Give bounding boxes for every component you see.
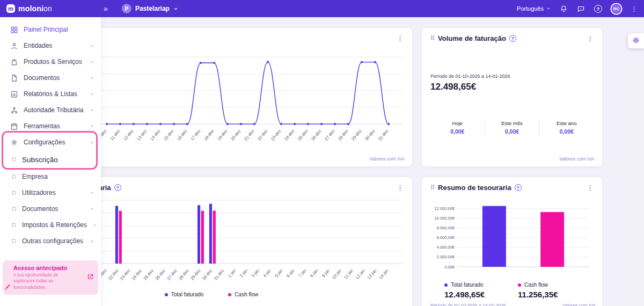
stat-este-ano: Este ano 0,00€ <box>539 119 594 136</box>
sidebar-item-utilizadores[interactable]: Utilizadores <box>0 185 101 201</box>
svg-text:28 dez: 28 dez <box>178 268 189 281</box>
chat-icon[interactable] <box>577 5 585 13</box>
svg-text:6 jan: 6 jan <box>286 268 295 279</box>
svg-text:9 jan: 9 jan <box>321 268 331 279</box>
card-kebab-menu-icon[interactable]: ⋮ <box>584 34 596 42</box>
promo-title: Acesso antecipado <box>13 265 83 271</box>
svg-text:14 dez: 14 dez <box>149 129 161 142</box>
svg-text:8 jan: 8 jan <box>309 268 319 279</box>
user-avatar[interactable]: RC <box>611 4 621 14</box>
chevron-up-icon <box>90 140 94 145</box>
stat-hoje: Hoje 0,00€ <box>430 119 485 136</box>
svg-text:22 dez: 22 dez <box>107 268 119 281</box>
sidebar-item-documentos[interactable]: Documentos <box>0 70 101 86</box>
brand-logo[interactable]: m molonion <box>6 4 52 13</box>
svg-text:2.000,00€: 2.000,00€ <box>437 254 455 259</box>
rocket-icon <box>4 283 12 294</box>
svg-text:30 dez: 30 dez <box>201 268 213 281</box>
help-icon[interactable]: ? <box>594 5 602 13</box>
brand-suffix: on <box>43 4 52 13</box>
billing-volume-card: ⠿ Volume de faturação ? ⋮ Período de 01-… <box>422 28 602 166</box>
svg-text:4.000,00€: 4.000,00€ <box>437 245 455 250</box>
help-icon[interactable]: ? <box>515 184 522 191</box>
sidebar-item-autoridade-tributaria[interactable]: Autoridade Tributária <box>0 102 101 118</box>
legend-cash-flow: Cash flow <box>228 292 258 297</box>
sidebar-item-impostos-retencoes[interactable]: Impostos & Retenções <box>0 217 101 233</box>
svg-text:13 dez: 13 dez <box>136 129 148 142</box>
stats-row: Hoje 0,00€ Este mês 0,00€ Este ano 0,00€ <box>430 119 594 136</box>
svg-text:6.000,00€: 6.000,00€ <box>437 235 455 240</box>
svg-text:25 dez: 25 dez <box>297 129 309 142</box>
svg-text:0,00€: 0,00€ <box>444 265 455 269</box>
card-kebab-menu-icon[interactable]: ⋮ <box>584 184 596 192</box>
drag-handle-icon[interactable]: ⠿ <box>430 35 435 41</box>
svg-text:27 dez: 27 dez <box>166 268 178 281</box>
sidebar-item-documentos-config[interactable]: Documentos <box>0 201 101 217</box>
chevron-down-icon <box>90 207 94 212</box>
report-icon <box>10 90 18 98</box>
svg-text:17 dez: 17 dez <box>189 129 201 142</box>
svg-text:22 dez: 22 dez <box>257 129 268 142</box>
drag-handle-icon[interactable]: ⠿ <box>430 185 435 191</box>
svg-text:23 dez: 23 dez <box>270 129 282 142</box>
square-bullet-icon <box>11 238 17 244</box>
card-bottom-row: Período de 01-10-2025 a 14-01-2026 Valor… <box>422 303 602 306</box>
legend-dot-icon <box>165 293 168 296</box>
svg-text:7 jan: 7 jan <box>297 268 307 279</box>
sidebar-item-painel-principal[interactable]: Painel Principal <box>0 21 101 38</box>
square-bullet-icon <box>11 206 17 212</box>
vat-footnote: Valores com IVA <box>562 303 596 306</box>
svg-text:29 dez: 29 dez <box>189 268 201 281</box>
sidebar-item-subscricao[interactable]: Subscrição <box>0 150 101 169</box>
sidebar-nav: Painel PrincipalEntidadesProdutos & Serv… <box>0 17 101 249</box>
company-selector[interactable]: P Pastelariap <box>122 4 178 13</box>
help-icon[interactable]: ? <box>114 184 121 191</box>
legend-dot-icon <box>518 283 521 287</box>
dashboard-icon <box>10 25 18 34</box>
chevron-down-icon <box>90 191 94 195</box>
company-name: Pastelariap <box>135 5 170 12</box>
chevron-down-icon <box>90 43 94 48</box>
sidebar-item-outras-configuracoes[interactable]: Outras configurações <box>0 233 101 249</box>
stat-este-mes: Este mês 0,00€ <box>485 119 539 136</box>
svg-text:8.000,00€: 8.000,00€ <box>437 225 455 230</box>
chevron-down-icon <box>90 60 94 64</box>
svg-text:26 dez: 26 dez <box>310 129 322 142</box>
notifications-bell-icon[interactable] <box>560 5 568 13</box>
legend-total-faturado: Total faturado <box>165 292 204 297</box>
sidebar-item-relatorios-listas[interactable]: Relatórios & Listas <box>0 86 101 102</box>
legend-value: 12.498,65€ <box>444 290 485 299</box>
early-access-promo[interactable]: Acesso antecipado A tua oportunidade de … <box>3 260 98 295</box>
chevron-down-icon <box>90 124 94 129</box>
svg-text:27 dez: 27 dez <box>324 129 335 142</box>
sidebar-item-ferramentas[interactable]: Ferramentas <box>0 118 101 134</box>
svg-text:12 jan: 12 jan <box>355 268 366 280</box>
calendar-icon <box>10 122 18 130</box>
square-bullet-icon <box>11 174 17 180</box>
card-kebab-menu-icon[interactable]: ⋮ <box>394 34 406 42</box>
sidebar-item-empresa[interactable]: Empresa <box>0 169 101 185</box>
svg-text:29 dez: 29 dez <box>350 129 362 142</box>
svg-text:11 jan: 11 jan <box>343 268 354 280</box>
sidebar-collapse-button[interactable]: » <box>104 4 108 13</box>
card-title: Volume de faturação <box>438 34 506 42</box>
period-label: Período de 01-10-2025 a 14-01-2026 <box>430 74 594 79</box>
company-avatar: P <box>122 4 131 13</box>
sidebar-item-configuracoes[interactable]: Configurações <box>0 134 101 150</box>
help-icon[interactable]: ? <box>509 35 516 42</box>
chevron-down-icon <box>90 92 94 97</box>
svg-text:20 dez: 20 dez <box>230 129 241 142</box>
legend-dot-icon <box>444 283 448 287</box>
card-title: Resumo de tesouraria <box>438 184 511 192</box>
sidebar-item-entidades[interactable]: Entidades <box>0 38 101 54</box>
svg-text:28 dez: 28 dez <box>337 129 349 142</box>
topbar-kebab-menu-icon[interactable]: ⋮ <box>631 5 638 13</box>
floating-settings-button[interactable] <box>628 33 644 48</box>
sidebar-item-produtos-servicos[interactable]: Produtos & Serviços <box>0 54 101 70</box>
svg-text:14 jan: 14 jan <box>378 268 390 280</box>
card-kebab-menu-icon[interactable]: ⋮ <box>394 184 406 192</box>
svg-text:30 dez: 30 dez <box>364 129 376 142</box>
svg-text:11 dez: 11 dez <box>109 129 121 142</box>
document-icon <box>10 74 18 82</box>
language-selector[interactable]: Português <box>517 5 551 12</box>
